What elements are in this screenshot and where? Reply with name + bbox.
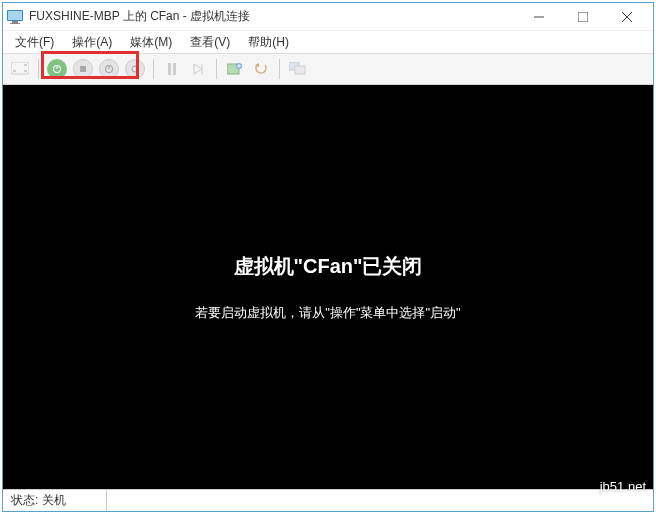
menubar: 文件(F) 操作(A) 媒体(M) 查看(V) 帮助(H) [3,31,653,53]
vm-status-heading: 虚拟机"CFan"已关闭 [234,253,423,280]
menu-help[interactable]: 帮助(H) [240,32,297,53]
svg-rect-2 [12,21,18,23]
svg-rect-14 [80,66,86,72]
svg-rect-19 [173,63,176,75]
menu-file[interactable]: 文件(F) [7,32,62,53]
turnoff-button[interactable] [72,58,94,80]
svg-rect-9 [13,70,16,72]
separator [153,59,154,79]
reset-button [187,58,209,80]
svg-rect-26 [295,66,305,74]
window-controls [517,3,649,31]
menu-action[interactable]: 操作(A) [64,32,120,53]
close-button[interactable] [605,3,649,31]
pause-button [161,58,183,80]
enhanced-session-button [287,58,309,80]
svg-rect-10 [24,70,27,72]
shutdown-button[interactable] [98,58,120,80]
menu-media[interactable]: 媒体(M) [122,32,180,53]
svg-rect-3 [10,23,20,24]
ctrl-alt-del-icon [9,58,31,80]
svg-marker-20 [194,64,202,74]
start-button[interactable] [46,58,68,80]
menu-view[interactable]: 查看(V) [182,32,238,53]
maximize-button[interactable] [561,3,605,31]
minimize-button[interactable] [517,3,561,31]
svg-rect-11 [24,64,27,66]
separator [216,59,217,79]
toolbar [3,53,653,85]
checkpoint-button[interactable] [224,58,246,80]
save-button[interactable] [124,58,146,80]
svg-rect-5 [578,12,588,22]
vm-connection-window: FUXSHINE-MBP 上的 CFan - 虚拟机连接 文件(F) 操作(A)… [2,2,654,512]
status-label: 状态: 关机 [11,490,107,511]
revert-button[interactable] [250,58,272,80]
vm-display-area: 虚拟机"CFan"已关闭 若要启动虚拟机，请从"操作"菜单中选择"启动" [3,85,653,489]
svg-rect-1 [8,11,22,20]
separator [279,59,280,79]
statusbar: 状态: 关机 [3,489,653,511]
svg-rect-18 [168,63,171,75]
svg-rect-8 [11,62,29,74]
titlebar: FUXSHINE-MBP 上的 CFan - 虚拟机连接 [3,3,653,31]
separator [38,59,39,79]
app-icon [7,10,23,24]
vm-status-message: 若要启动虚拟机，请从"操作"菜单中选择"启动" [195,304,460,322]
window-title: FUXSHINE-MBP 上的 CFan - 虚拟机连接 [29,8,517,25]
watermark: jb51.net [600,479,646,494]
